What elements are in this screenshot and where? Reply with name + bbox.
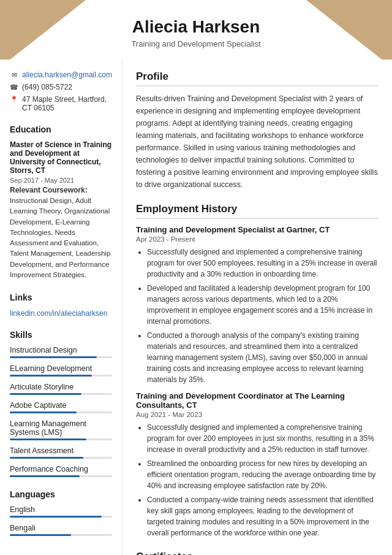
language-bar-bg	[10, 516, 112, 518]
language-name: English	[10, 505, 112, 514]
skill-bar-bg	[10, 438, 112, 440]
job-bullet: Successfully designed and implemented a …	[147, 422, 379, 455]
skill-item: Articulate Storyline	[10, 383, 112, 395]
certificates-title: Certificates	[136, 551, 379, 555]
skill-bar-fill	[10, 411, 77, 413]
language-bar-fill	[10, 534, 71, 536]
contact-email: ✉ aliecia.harksen@gmail.com	[10, 71, 112, 79]
employment-title: Employment History	[136, 203, 379, 219]
skill-bar-fill	[10, 356, 97, 358]
linkedin-link[interactable]: linkedin.com/in/alieciaharksen	[10, 309, 107, 318]
profile-title: Profile	[136, 71, 379, 86]
job-bullet: Conducted a thorough analysis of the com…	[147, 330, 379, 385]
language-name: Bengali	[10, 524, 112, 532]
phone-icon: ☎	[10, 83, 18, 91]
job-bullet: Developed and facilitated a leadership d…	[147, 283, 379, 327]
contact-address: 📍 47 Maple Street, Hartford, CT 06105	[10, 95, 112, 112]
job-title: Training and Development Specialist at G…	[136, 225, 379, 234]
skill-bar-fill	[10, 475, 80, 477]
edu-coursework-label: Relevant Coursework:	[10, 186, 112, 194]
skill-name: Articulate Storyline	[10, 383, 112, 391]
jobs-list: Training and Development Specialist at G…	[136, 225, 379, 538]
links-section: Links linkedin.com/in/alieciaharksen	[10, 293, 112, 318]
skill-name: Talent Assessment	[10, 446, 112, 455]
job-date: Aug 2021 - Mar 2023	[136, 411, 379, 418]
job-bullets: Successfully designed and implemented a …	[136, 247, 379, 385]
language-bar-fill	[10, 516, 102, 518]
skill-bar-bg	[10, 375, 112, 377]
skill-item: Learning Management Systems (LMS)	[10, 419, 112, 440]
job-item: Training and Development Specialist at G…	[136, 225, 379, 385]
location-icon: 📍	[10, 96, 18, 104]
links-section-title: Links	[10, 293, 112, 302]
main-layout: ✉ aliecia.harksen@gmail.com ☎ (649) 085-…	[0, 59, 392, 555]
skill-bar-bg	[10, 393, 112, 395]
skill-bar-fill	[10, 457, 83, 459]
skill-bar-bg	[10, 411, 112, 413]
skill-item: Performance Coaching	[10, 465, 112, 477]
address-text: 47 Maple Street, Hartford, CT 06105	[22, 95, 112, 112]
skill-name: ELearning Development	[10, 364, 112, 373]
sidebar: ✉ aliecia.harksen@gmail.com ☎ (649) 085-…	[0, 59, 123, 555]
candidate-name: Aliecia Harksen	[12, 17, 380, 37]
contact-section: ✉ aliecia.harksen@gmail.com ☎ (649) 085-…	[10, 71, 112, 112]
skill-item: ELearning Development	[10, 364, 112, 377]
languages-list: English Bengali	[10, 505, 112, 536]
profile-section: Profile Results-driven Training and Deve…	[136, 71, 379, 191]
job-bullet: Successfully designed and implemented a …	[147, 247, 379, 280]
phone-text: (649) 085-5722	[22, 83, 72, 91]
candidate-title: Training and Development Specialist	[12, 39, 380, 48]
skill-bar-bg	[10, 356, 112, 358]
certificates-section: Certificates Association for Talent Deve…	[136, 551, 379, 555]
edu-dates: Sep 2017 - May 2021	[10, 177, 112, 184]
education-section-title: Education	[10, 124, 112, 134]
resume-header: Aliecia Harksen Training and Development…	[0, 0, 392, 59]
job-title: Training and Development Coordinator at …	[136, 391, 379, 410]
edu-coursework-text: Instructional Design, Adult Learning The…	[10, 196, 112, 280]
languages-section-title: Languages	[10, 489, 112, 499]
skill-name: Instructional Design	[10, 346, 112, 354]
education-section: Education Master of Science in Training …	[10, 124, 112, 280]
skill-bar-fill	[10, 375, 92, 377]
skill-name: Adobe Captivate	[10, 401, 112, 410]
skills-list: Instructional Design ELearning Developme…	[10, 346, 112, 477]
profile-text: Results-driven Training and Development …	[136, 93, 379, 191]
contact-phone: ☎ (649) 085-5722	[10, 83, 112, 91]
skill-item: Talent Assessment	[10, 446, 112, 459]
language-item: English	[10, 505, 112, 518]
language-item: Bengali	[10, 524, 112, 536]
skill-bar-bg	[10, 457, 112, 459]
email-link[interactable]: aliecia.harksen@gmail.com	[22, 71, 112, 79]
main-content: Profile Results-driven Training and Deve…	[123, 59, 392, 555]
languages-section: Languages English Bengali	[10, 489, 112, 536]
skill-bar-fill	[10, 438, 86, 440]
job-date: Apr 2023 - Present	[136, 235, 379, 243]
edu-degree: Master of Science in Training and Develo…	[10, 140, 112, 175]
skills-section-title: Skills	[10, 330, 112, 340]
skill-bar-bg	[10, 475, 112, 477]
skills-section: Skills Instructional Design ELearning De…	[10, 330, 112, 477]
job-item: Training and Development Coordinator at …	[136, 391, 379, 538]
job-bullets: Successfully designed and implemented a …	[136, 422, 379, 538]
employment-section: Employment History Training and Developm…	[136, 203, 379, 538]
skill-name: Performance Coaching	[10, 465, 112, 473]
email-icon: ✉	[10, 71, 18, 79]
job-bullet: Streamlined the onboarding process for n…	[147, 458, 379, 491]
language-bar-bg	[10, 534, 112, 536]
skill-item: Instructional Design	[10, 346, 112, 358]
skill-name: Learning Management Systems (LMS)	[10, 419, 112, 437]
skill-item: Adobe Captivate	[10, 401, 112, 413]
skill-bar-fill	[10, 393, 81, 395]
job-bullet: Conducted a company-wide training needs …	[147, 494, 379, 538]
